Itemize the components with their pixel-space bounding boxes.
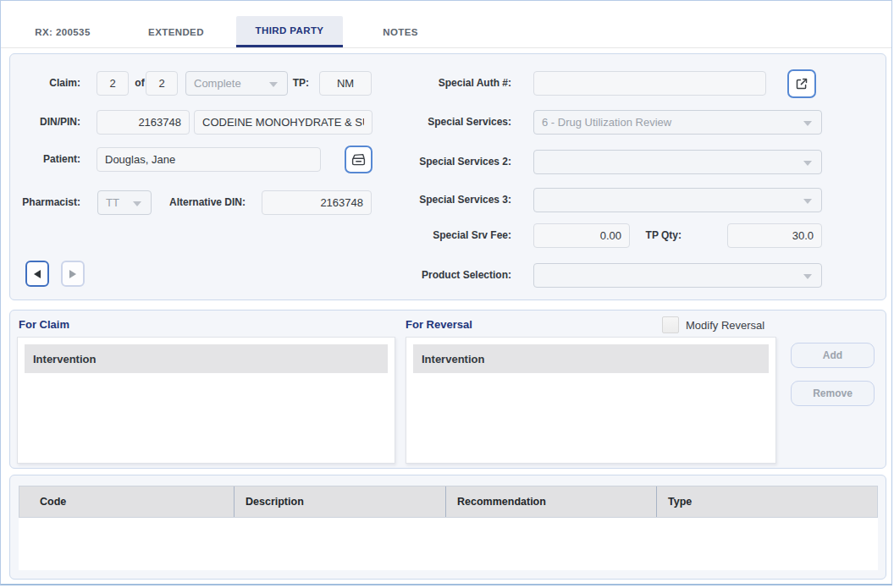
special-auth-label: Special Auth #: [383,77,511,89]
special-services-value: 6 - Drug Utilization Review [542,116,671,129]
tab-extended[interactable]: EXTENDED [139,16,213,47]
din-pin-input[interactable] [97,110,190,135]
third-party-screen: RX: 200535 EXTENDED THIRD PARTY NOTES Cl… [0,0,892,585]
special-auth-input[interactable] [533,71,766,96]
codes-header-code: Code [19,486,235,517]
for-reversal-title: For Reversal [406,318,472,331]
special-services-label: Special Services: [383,116,511,128]
product-selection-label: Product Selection: [374,269,511,281]
tab-rx[interactable]: RX: 200535 [25,16,101,47]
external-link-icon [794,76,809,91]
claim-panel: Claim: of Complete TP: DIN/PIN: Patient:… [9,53,886,300]
reversal-intervention-list-header: Intervention [413,344,769,373]
tp-input[interactable] [319,71,372,96]
tab-extended-label: EXTENDED [148,27,204,37]
drug-name-input[interactable] [194,110,372,135]
pharmacist-select[interactable]: TT [97,190,152,215]
patient-input[interactable] [97,147,321,172]
codes-table-body[interactable] [19,518,878,570]
claim-number-input[interactable] [97,71,129,96]
codes-header-recommendation: Recommendation [446,486,657,517]
alternative-din-input[interactable] [262,190,372,215]
modify-reversal-checkbox[interactable] [662,316,679,333]
alternative-din-label: Alternative DIN: [154,196,246,208]
special-srv-fee-label: Special Srv Fee: [383,229,511,241]
claim-count-input[interactable] [146,71,178,96]
codes-panel: Code Description Recommendation Type [9,475,886,580]
previous-claim-button[interactable] [25,261,49,287]
claim-status-value: Complete [194,77,241,90]
tp-label: TP: [290,77,309,89]
interventions-panel: For Claim For Reversal Modify Reversal I… [9,310,886,469]
tp-qty-input[interactable] [727,223,822,248]
special-auth-open-button[interactable] [787,69,816,98]
tp-qty-label: TP Qty: [594,229,682,241]
next-claim-button[interactable] [61,261,85,287]
codes-table-header: Code Description Recommendation Type [19,486,878,518]
special-services-select[interactable]: 6 - Drug Utilization Review [533,110,822,135]
right-triangle-icon [69,270,76,278]
claim-intervention-list-header: Intervention [25,344,388,373]
tab-third-party[interactable]: THIRD PARTY [236,16,343,47]
tab-third-party-label: THIRD PARTY [256,25,324,36]
for-claim-title: For Claim [19,318,69,331]
special-services-3-select[interactable] [533,188,822,212]
din-pin-label: DIN/PIN: [10,116,80,128]
left-triangle-icon [34,270,41,278]
patient-label: Patient: [10,153,80,165]
codes-header-description: Description [235,486,446,517]
tab-notes-label: NOTES [383,27,418,37]
product-selection-select[interactable] [533,263,822,288]
claim-status-select[interactable]: Complete [185,71,288,96]
tab-rx-label: RX: 200535 [35,27,90,37]
reversal-intervention-list[interactable]: Intervention [406,337,776,464]
pharmacist-value: TT [106,196,119,209]
remove-button[interactable]: Remove [791,381,875,406]
tabbar-divider [1,47,891,48]
folder-icon [350,152,367,167]
special-services-2-label: Special Services 2: [374,156,511,168]
codes-header-type: Type [657,486,877,517]
modify-reversal-label: Modify Reversal [686,319,764,332]
pharmacist-label: Pharmacist: [10,196,80,208]
add-button[interactable]: Add [791,343,875,368]
special-services-3-label: Special Services 3: [374,194,511,206]
claim-intervention-list[interactable]: Intervention [17,337,395,464]
patient-lookup-button[interactable] [345,146,372,173]
tab-notes[interactable]: NOTES [370,16,431,47]
special-services-2-select[interactable] [533,150,822,174]
claim-label: Claim: [10,77,80,89]
